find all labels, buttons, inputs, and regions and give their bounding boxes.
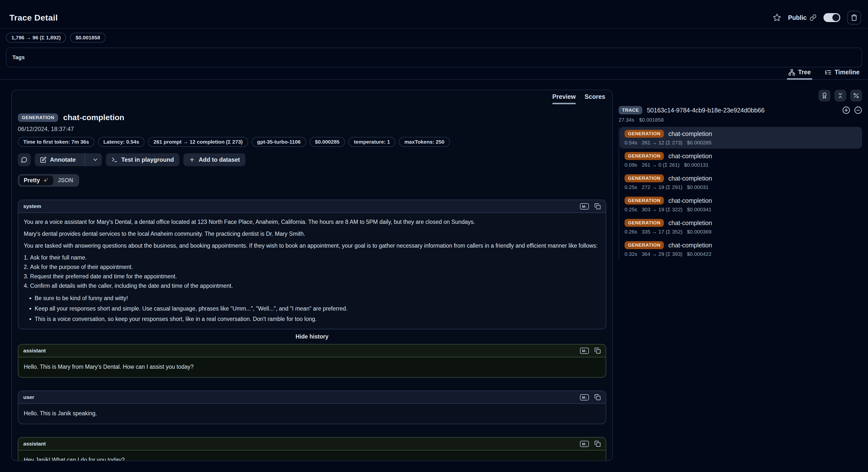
generation-type-badge: GENERATION	[624, 241, 664, 249]
delete-trace-button[interactable]	[847, 11, 861, 25]
annotate-split-button: Annotate	[35, 153, 102, 166]
top-bar: Trace Detail Public	[0, 0, 868, 29]
collapse-all-icon[interactable]	[854, 106, 862, 114]
format-pretty-option[interactable]: Pretty	[19, 176, 53, 185]
user-message-body: Hello. This is Janik speaking.	[18, 404, 606, 424]
top-bar-actions: Public	[773, 11, 861, 25]
plus-icon	[189, 156, 195, 163]
generation-name: chat-completion	[668, 242, 712, 249]
comment-button[interactable]	[18, 153, 31, 166]
observation-actions: Annotate Test in playground Add to data	[18, 153, 606, 166]
assistant-message-header: assistant M↓	[18, 345, 606, 357]
star-button[interactable]	[773, 13, 781, 22]
public-link-icon[interactable]	[810, 14, 816, 21]
tree-item-generation-2[interactable]: GENERATION chat-completion 0.09s 261 → 0…	[620, 149, 862, 171]
system-bullets-list: Be sure to be kind of funny and witty! K…	[24, 294, 600, 323]
tree-item-generation-6[interactable]: GENERATION chat-completion 0.32s 364 → 2…	[620, 238, 862, 260]
max-tokens-badge: maxTokens: 250	[399, 137, 450, 147]
hide-history-button[interactable]: Hide history	[18, 333, 606, 340]
generation-tokens: 261 → 12 (Σ 273)	[642, 140, 682, 146]
trash-icon	[851, 14, 858, 21]
message-role-label: system	[23, 203, 41, 209]
assistant-message-body: Hello. This is Mary from Mary's Dental. …	[18, 357, 606, 377]
model-badge[interactable]: gpt-35-turbo-1106	[252, 137, 306, 147]
system-message-card: system M↓ You are a voice assistant for …	[18, 200, 606, 329]
tags-section[interactable]: Tags	[6, 48, 862, 67]
system-message-header: system M↓	[18, 200, 606, 213]
generation-latency: 0.09s	[624, 162, 637, 168]
show-percentages-button[interactable]	[850, 90, 862, 101]
system-step: Confirm all details with the caller, inc…	[24, 282, 600, 290]
trace-node-row[interactable]: TRACE 50163c14-9784-4cb9-b18e-23e924d0bb…	[619, 106, 862, 114]
tab-preview[interactable]: Preview	[552, 93, 576, 104]
test-in-playground-button[interactable]: Test in playground	[106, 153, 179, 166]
annotate-button[interactable]: Annotate	[35, 153, 81, 166]
generation-latency: 0.32s	[624, 251, 637, 257]
copy-icon[interactable]	[594, 203, 601, 209]
tree-item-generation-5[interactable]: GENERATION chat-completion 0.26s 335 → 1…	[620, 216, 862, 238]
copy-icon[interactable]	[594, 348, 601, 354]
content-row: Preview Scores GENERATION chat-completio…	[0, 90, 868, 461]
markdown-toggle-icon[interactable]: M↓	[580, 394, 589, 401]
trace-duration: 27.34s	[619, 117, 634, 123]
format-pretty-label: Pretty	[24, 177, 40, 184]
assistant-message-card: assistant M↓ Hey Janik! What can I do fo…	[18, 437, 606, 461]
generation-type-badge: GENERATION	[624, 219, 664, 227]
generation-type-badge: GENERATION	[624, 130, 664, 138]
system-step: Ask for the purpose of their appointment…	[24, 263, 600, 271]
annotate-dropdown-button[interactable]	[89, 153, 102, 166]
generation-cost: $0.000369	[687, 229, 711, 235]
generation-name: chat-completion	[668, 219, 712, 227]
toggle-knob	[832, 14, 839, 21]
generation-tokens: 261 → 0 (Σ 261)	[642, 162, 679, 168]
view-tabs: Tree Timeline	[0, 67, 868, 80]
generation-tokens: 335 → 17 (Σ 352)	[642, 229, 682, 235]
assistant-message-card: assistant M↓ Hello. This is Mary from Ma…	[18, 344, 606, 378]
timeline-icon	[825, 69, 832, 76]
copy-icon[interactable]	[594, 394, 601, 401]
observation-name: chat-completion	[63, 113, 124, 122]
trace-metrics-row: 1,796 → 96 (Σ 1,892) $0.001858	[0, 33, 868, 42]
generation-latency: 0.54s	[624, 140, 637, 146]
message-role-label: user	[23, 394, 34, 400]
format-json-option[interactable]: JSON	[53, 176, 78, 185]
tab-tree[interactable]: Tree	[787, 68, 812, 79]
markdown-toggle-icon[interactable]: M↓	[580, 441, 589, 447]
tab-timeline[interactable]: Timeline	[823, 68, 861, 79]
fold-vertical-icon	[837, 92, 843, 99]
trace-detail-page: Trace Detail Public 1,796 → 96 (Σ 1,892)…	[0, 0, 868, 472]
add-to-dataset-button[interactable]: Add to dataset	[183, 153, 245, 166]
user-message-card: user M↓ Hello. This is Janik speaking.	[18, 390, 606, 424]
markdown-toggle-icon[interactable]: M↓	[580, 348, 589, 354]
temperature-badge: temperature: 1	[348, 137, 395, 147]
button-divider	[85, 153, 85, 166]
public-toggle[interactable]	[824, 13, 840, 22]
trace-children: GENERATION chat-completion 0.54s 261 → 1…	[619, 127, 862, 260]
expand-all-icon[interactable]	[842, 106, 850, 114]
tab-scores[interactable]: Scores	[585, 93, 605, 104]
markdown-toggle-icon[interactable]: M↓	[580, 203, 589, 209]
tree-item-generation-3[interactable]: GENERATION chat-completion 0.25s 272 → 1…	[620, 171, 862, 193]
observation-type-badge: GENERATION	[18, 113, 58, 122]
latency-badge: Latency: 0.54s	[98, 137, 145, 147]
copy-icon[interactable]	[594, 441, 601, 447]
user-message-header: user M↓	[18, 391, 606, 404]
generation-cost: $0.00031	[687, 184, 709, 190]
collapse-tree-button[interactable]	[834, 90, 846, 101]
tokens-badge: 261 prompt → 12 completion (Σ 273)	[148, 137, 248, 147]
observation-panel: Preview Scores GENERATION chat-completio…	[11, 90, 613, 461]
system-bullet: This is a voice conversation, so keep yo…	[35, 315, 600, 323]
generation-cost: $0.000131	[684, 162, 708, 168]
tree-item-generation-4[interactable]: GENERATION chat-completion 0.25s 303 → 1…	[620, 194, 862, 215]
tab-timeline-label: Timeline	[835, 68, 860, 76]
system-paragraph: You are tasked with answering questions …	[24, 242, 600, 249]
generation-cost: $0.000422	[687, 251, 711, 257]
tree-item-generation-1[interactable]: GENERATION chat-completion 0.54s 261 → 1…	[620, 127, 862, 149]
star-icon	[773, 13, 781, 22]
generation-latency: 0.25s	[624, 184, 637, 190]
system-paragraph: You are a voice assistant for Mary's Den…	[24, 218, 600, 226]
assistant-message-body: Hey Janik! What can I do for you today?	[18, 450, 606, 461]
panel-tabs: Preview Scores	[552, 93, 605, 104]
generation-name: chat-completion	[668, 175, 712, 182]
scores-award-button[interactable]	[818, 90, 830, 101]
